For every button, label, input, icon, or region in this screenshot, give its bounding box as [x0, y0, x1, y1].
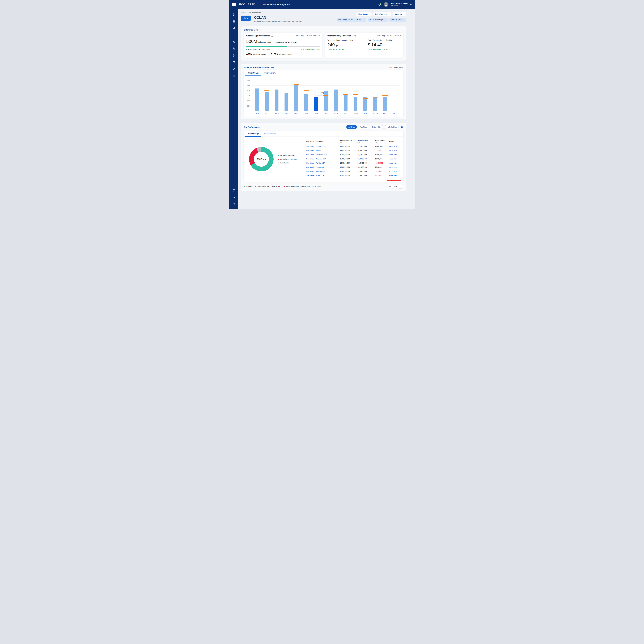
sidebar-item-tools[interactable] — [232, 67, 235, 71]
bar-site-6[interactable] — [304, 94, 308, 111]
table-row: Site Name - Delawar, USA15,00,00,00013,4… — [305, 157, 400, 161]
metric-delta: 16% less vs Last Year — [368, 48, 388, 50]
graph-tab-water-usage[interactable]: Water Usage — [245, 70, 261, 76]
bar-site-14[interactable] — [383, 97, 387, 111]
donut-block: 15 Sites Top Performing SitesBottom Perf… — [244, 138, 302, 177]
info-icon[interactable] — [354, 35, 356, 37]
asset-view-link[interactable]: Asset View — [389, 154, 397, 156]
notifications-button[interactable] — [378, 3, 381, 6]
bar-site-3[interactable] — [275, 90, 278, 111]
legend-item: Top Performing Sites — [278, 155, 297, 156]
bar-slot — [301, 80, 311, 111]
bar-slot — [252, 80, 262, 111]
page-number-input[interactable]: 08 — [388, 185, 393, 188]
divider — [274, 40, 274, 43]
bar-site-13[interactable] — [373, 97, 377, 111]
bar-site-1[interactable] — [255, 88, 259, 111]
site-name-link[interactable]: Site Name - Florida, USA — [306, 162, 325, 164]
info-icon[interactable] — [386, 49, 388, 50]
asset-view-link[interactable]: Asset View — [389, 166, 397, 168]
water-saved-cell: -18,00,000 — [374, 149, 388, 153]
filter-top-sites[interactable]: Top Sites — [358, 125, 369, 129]
site-tab-water-intensity[interactable]: Water Intensity — [261, 131, 278, 137]
previous-page-button[interactable] — [384, 185, 386, 188]
user-menu-chevron-icon[interactable] — [410, 4, 412, 5]
site-tab-water-usage[interactable]: Water Usage — [245, 131, 261, 137]
sort-caret-icon[interactable]: ▾ — [369, 140, 369, 141]
bar-site-10[interactable] — [344, 94, 348, 111]
asset-view-link[interactable]: Asset View — [389, 158, 397, 160]
top-bar: ECOLAB3D™ Water Flow Intelligence John W… — [229, 0, 415, 9]
bar-slot — [321, 80, 331, 111]
site-name-link[interactable]: Site Name - Saudi Arabia — [306, 170, 325, 172]
hamburger-menu-icon[interactable] — [232, 3, 236, 6]
bar-site-9[interactable] — [334, 90, 338, 111]
sort-caret-icon[interactable]: ▾ — [351, 140, 352, 141]
site-name-link[interactable]: Site Name - Alabama, USA — [306, 146, 327, 147]
usage-legend: Actual UsageTarget Usage — [246, 49, 270, 50]
filter-all-sites[interactable]: All Sites — [346, 125, 357, 129]
filter-settings-button[interactable] — [401, 125, 403, 129]
bar-slot — [380, 80, 390, 111]
close-icon[interactable]: × — [385, 19, 386, 21]
sort-caret-icon[interactable]: ▾ — [386, 140, 386, 141]
site-name-link[interactable]: Site Name - Texas, USA — [306, 174, 324, 176]
avatar[interactable] — [384, 2, 388, 7]
sidebar-item-megaphone[interactable] — [232, 196, 235, 199]
filter-no-data-sites[interactable]: No Data Sites — [385, 125, 399, 129]
site-name-link[interactable]: Site Name - Delawar, USA — [306, 158, 326, 160]
site-name-link[interactable]: Site Name - Bahrain — [306, 150, 321, 152]
bar-site-11[interactable] — [354, 97, 357, 111]
sidebar-item-library[interactable] — [232, 61, 235, 64]
site-selector-button[interactable] — [241, 16, 251, 21]
target-marker — [333, 94, 338, 94]
monitor-icon — [232, 189, 235, 192]
dropdown-time-range[interactable]: Time Range — [356, 12, 372, 16]
sidebar-item-clipboard[interactable] — [232, 47, 235, 51]
filter-chip: Currency : USD× — [389, 18, 406, 22]
x-tick-label: Site 11 — [350, 112, 360, 114]
column-header-target-usage[interactable]: Target Usage▾(gal) — [339, 138, 356, 144]
y-tick-label: 600K — [247, 79, 250, 81]
x-axis: Site 1Site 2Site 3Site 4Site 5Site 6Site… — [244, 111, 403, 116]
sidebar-item-report-doc[interactable] — [232, 27, 235, 30]
column-header-water-saved[interactable]: Water Saved▾(gal) — [374, 138, 388, 144]
water-intensity-performance-card: Water Intensity Performance Time Range :… — [325, 33, 403, 58]
graph-tab-water-intensity[interactable]: Water Intensity — [261, 70, 278, 76]
site-name-link[interactable]: Site Name - California, USA — [306, 154, 327, 156]
breadcrumb-home-link[interactable]: Home — [241, 12, 246, 14]
filter-bottom-sites[interactable]: Bottom Sites — [370, 125, 383, 129]
sidebar-item-monitor[interactable] — [232, 189, 235, 192]
asset-view-link[interactable]: Asset View — [389, 170, 397, 172]
sidebar-item-globe[interactable] — [232, 13, 235, 17]
sidebar-item-bar-chart[interactable] — [232, 33, 235, 37]
asset-view-link[interactable]: Asset View — [389, 175, 397, 176]
bar-site-7[interactable] — [314, 97, 318, 111]
close-icon[interactable]: × — [364, 19, 365, 21]
sidebar-item-gear[interactable] — [232, 74, 235, 78]
next-page-button[interactable] — [398, 184, 403, 189]
asset-view-link[interactable]: Asset View — [389, 146, 397, 147]
info-icon[interactable] — [271, 35, 273, 37]
site-name-link[interactable]: Site Name - London, Uk — [306, 166, 324, 168]
dropdown-unit-of-volume[interactable]: Unit of Volume — [373, 12, 391, 16]
intensity-metric: Water Used per Production Unit240gal20% … — [327, 39, 364, 50]
bar-site-2[interactable] — [265, 92, 269, 111]
bar-site-8[interactable] — [324, 91, 328, 111]
info-icon[interactable] — [346, 49, 348, 50]
bar-slot — [360, 80, 370, 111]
bar-site-5[interactable] — [294, 85, 298, 111]
sidebar-item-dashboard-grid[interactable] — [232, 20, 235, 23]
asset-view-link[interactable]: Asset View — [389, 162, 397, 164]
bar-site-4[interactable] — [285, 93, 288, 111]
sliders-icon — [401, 125, 403, 128]
bar-site-12[interactable] — [363, 97, 367, 111]
asset-view-link[interactable]: Asset View — [389, 150, 397, 152]
sidebar-item-headset[interactable] — [232, 202, 235, 206]
dropdown-currency[interactable]: Currency — [393, 12, 406, 16]
panel-head: Water Performance - Graph View Target Us… — [244, 66, 403, 68]
sidebar-item-dollar[interactable] — [232, 40, 235, 44]
column-header-actual-usage[interactable]: Actual Usage▾(gal) — [356, 138, 374, 144]
close-icon[interactable]: × — [403, 19, 404, 21]
sidebar-item-package[interactable] — [232, 54, 235, 58]
